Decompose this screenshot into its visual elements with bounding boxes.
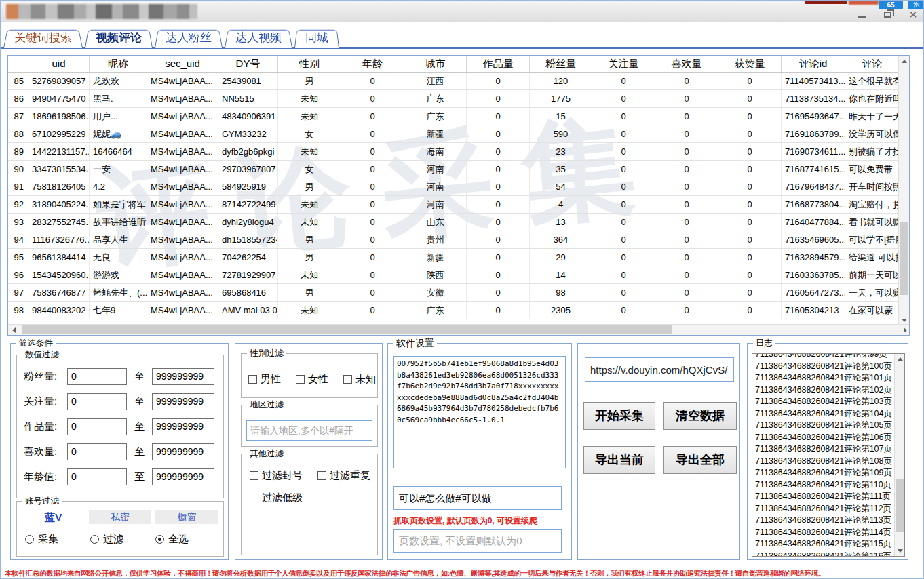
log-scroll-down-button[interactable] bbox=[895, 546, 905, 556]
log-entry[interactable]: 7113864346882608421评论第99页 bbox=[752, 353, 894, 361]
region-filter-group: 地区过滤 bbox=[241, 405, 378, 447]
column-header[interactable]: 城市 bbox=[404, 56, 467, 72]
tab[interactable]: 达人粉丝 bbox=[155, 28, 223, 48]
table-row[interactable]: 94 11167326776...品享人生MS4wLjABAA...dh1518… bbox=[8, 231, 900, 249]
table-row[interactable]: 97 75836746877烤蚝先生、(...MS4wLjABAA...6958… bbox=[8, 284, 900, 302]
radio-option[interactable]: 全选 bbox=[155, 533, 220, 546]
log-entry[interactable]: 7113864346882608421评论第100页 bbox=[752, 361, 894, 373]
table-row[interactable]: 93 28327552745...故事讲给谁听MS4wLjABAA...dyhl… bbox=[8, 214, 900, 231]
log-entry[interactable]: 7113864346882608421评论第104页 bbox=[752, 408, 894, 420]
min-value-input[interactable]: 0 bbox=[67, 418, 127, 435]
column-header[interactable]: 喜欢量 bbox=[655, 56, 718, 72]
min-value-input[interactable]: 0 bbox=[67, 368, 127, 385]
table-row[interactable]: 92 31890405224...如果是宇将军...MS4wLjABAA...8… bbox=[8, 196, 900, 214]
log-scroll-up-button[interactable] bbox=[895, 354, 905, 364]
scroll-up-button[interactable] bbox=[899, 56, 910, 66]
close-button[interactable]: × bbox=[906, 7, 921, 21]
minimize-button[interactable] bbox=[854, 7, 869, 21]
table-cell: 海南 bbox=[404, 143, 467, 160]
table-row[interactable]: 86 94904775470黑马.MS4wLjABAA...NN5515未知0广… bbox=[8, 90, 900, 108]
log-entry[interactable]: 7113864346882608421评论第102页 bbox=[752, 384, 894, 397]
min-value-input[interactable]: 0 bbox=[67, 468, 127, 485]
pages-input[interactable] bbox=[393, 529, 562, 553]
log-entry[interactable]: 7113864346882608421评论第107页 bbox=[752, 443, 894, 456]
log-scroll-thumb[interactable] bbox=[896, 479, 904, 532]
column-header[interactable]: 年龄 bbox=[341, 56, 404, 72]
log-entry[interactable]: 7113864346882608421评论第106页 bbox=[752, 432, 894, 444]
table-row[interactable]: 88 67102995229妮妮🚙MS4wLjABAA...GYM33232女0… bbox=[8, 125, 900, 143]
checkbox-option[interactable]: 过滤重复 bbox=[317, 469, 370, 482]
table-row[interactable]: 89 14422131157...16466464MS4wLjABAA...dy… bbox=[8, 143, 900, 161]
video-url-input[interactable] bbox=[585, 357, 734, 382]
column-header[interactable]: DY号 bbox=[218, 56, 278, 72]
log-entry[interactable]: 7113864346882608421评论第115页 bbox=[752, 538, 894, 551]
log-entry[interactable]: 7113864346882608421评论第109页 bbox=[752, 467, 894, 479]
column-header[interactable]: 评论id bbox=[782, 56, 845, 72]
radio-option[interactable]: 采集 bbox=[25, 533, 90, 546]
horizontal-scroll-thumb[interactable] bbox=[22, 325, 672, 334]
log-entry[interactable]: 7113864346882608421评论第113页 bbox=[752, 515, 894, 527]
column-header[interactable]: 性别 bbox=[278, 56, 341, 72]
table-row[interactable]: 98 98440083202七年9MS4wLjABAA...AMV-mai 03… bbox=[8, 302, 900, 319]
tab[interactable]: 达人视频 bbox=[225, 28, 292, 48]
clear-data-button[interactable]: 清空数据 bbox=[663, 402, 737, 430]
log-entry[interactable]: 7113864346882608421评论第116页 bbox=[752, 551, 894, 557]
log-scrollbar[interactable] bbox=[894, 354, 904, 556]
account-segment[interactable]: 蓝V bbox=[22, 510, 85, 524]
column-header[interactable]: 关注量 bbox=[592, 56, 655, 72]
table-row[interactable]: 85 52769839057龙欢欢MS4wLjABAA...25439081男0… bbox=[8, 73, 900, 90]
table-row[interactable]: 96 15434520960...游游戏MS4wLjABAA...7278192… bbox=[8, 266, 900, 284]
log-entry[interactable]: 7113864346882608421评论第105页 bbox=[752, 420, 894, 432]
column-header[interactable]: uid bbox=[28, 56, 90, 72]
table-row[interactable]: 95 96561384414无良MS4wLjABAA...704262254男0… bbox=[8, 249, 900, 266]
max-value-input[interactable]: 999999999 bbox=[152, 443, 214, 460]
max-value-input[interactable]: 999999999 bbox=[152, 368, 214, 385]
max-value-input[interactable]: 999999999 bbox=[152, 418, 214, 435]
log-entry[interactable]: 7113864346882608421评论第103页 bbox=[752, 396, 894, 408]
license-token-box[interactable]: 007952f5b5b741eb1ef95068a8d1b95e4d03b8a4… bbox=[393, 356, 566, 468]
column-header[interactable]: 获赞量 bbox=[718, 56, 782, 72]
checkbox-option[interactable]: 过滤低级 bbox=[250, 492, 303, 504]
column-header[interactable]: 昵称 bbox=[90, 56, 147, 72]
account-segment[interactable]: 橱窗 bbox=[155, 510, 218, 524]
min-value-input[interactable]: 0 bbox=[67, 443, 127, 460]
column-header[interactable]: 粉丝量 bbox=[530, 56, 592, 72]
log-entry[interactable]: 7113864346882608421评论第110页 bbox=[752, 479, 894, 492]
checkbox-option[interactable]: 未知 bbox=[343, 373, 376, 386]
log-entry[interactable]: 7113864346882608421评论第101页 bbox=[752, 372, 894, 384]
horizontal-scrollbar[interactable] bbox=[8, 324, 910, 335]
scroll-right-button[interactable] bbox=[900, 325, 910, 336]
restore-button[interactable] bbox=[880, 7, 895, 21]
column-header[interactable]: sec_uid bbox=[147, 56, 218, 72]
log-list[interactable]: 7113864346882608421评论第99页711386434688260… bbox=[752, 353, 905, 557]
column-header[interactable]: 作品量 bbox=[467, 56, 530, 72]
region-input[interactable] bbox=[246, 420, 372, 441]
max-value-input[interactable]: 999999999 bbox=[152, 468, 214, 485]
table-row[interactable]: 91 758181264054.2MS4wLjABAA...584925919男… bbox=[8, 178, 900, 196]
pages-hint-label: 抓取页数设置, 默认页数为0, 可设置续爬 bbox=[393, 515, 537, 527]
log-entry[interactable]: 7113864346882608421评论第114页 bbox=[752, 527, 894, 539]
vertical-scroll-thumb[interactable] bbox=[900, 222, 908, 295]
table-row[interactable]: 90 33473815534...一安MS4wLjABAA...29703967… bbox=[8, 161, 900, 178]
max-value-input[interactable]: 999999999 bbox=[152, 393, 214, 410]
tab[interactable]: 同城 bbox=[294, 28, 339, 48]
vertical-scrollbar[interactable] bbox=[898, 56, 909, 325]
log-entry[interactable]: 7113864346882608421评论第111页 bbox=[752, 491, 894, 503]
export-all-button[interactable]: 导出全部 bbox=[663, 446, 737, 474]
checkbox-option[interactable]: 男性 bbox=[248, 373, 281, 386]
table-row[interactable]: 87 18696198506...用户...MS4wLjABAA...48340… bbox=[8, 108, 900, 125]
tab[interactable]: 关键词搜索 bbox=[3, 28, 83, 48]
min-value-input[interactable]: 0 bbox=[67, 393, 127, 410]
start-collect-button[interactable]: 开始采集 bbox=[583, 402, 655, 430]
checkbox-option[interactable]: 女性 bbox=[296, 373, 328, 386]
log-entry[interactable]: 7113864346882608421评论第108页 bbox=[752, 456, 894, 468]
export-current-button[interactable]: 导出当前 bbox=[583, 446, 655, 474]
topic-input[interactable]: 可以#怎么做#可以做 bbox=[393, 486, 562, 510]
scroll-left-button[interactable] bbox=[8, 325, 19, 336]
log-entry[interactable]: 7113864346882608421评论第112页 bbox=[752, 503, 894, 515]
account-segment[interactable]: 私密 bbox=[89, 510, 152, 524]
column-header[interactable]: 评论 bbox=[845, 56, 900, 72]
tab[interactable]: 视频评论 bbox=[85, 28, 153, 48]
checkbox-option[interactable]: 过滤封号 bbox=[250, 469, 303, 482]
radio-option[interactable]: 过滤 bbox=[90, 533, 155, 546]
